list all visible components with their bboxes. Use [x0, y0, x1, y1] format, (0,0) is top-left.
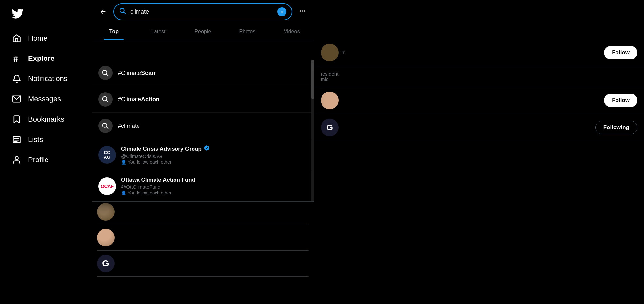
ccag-name: Climate Crisis Advisory Group: [121, 145, 307, 153]
person-2-avatar: [97, 229, 115, 246]
sidebar-item-lists[interactable]: Lists: [7, 130, 85, 149]
dropdown-hashtag-text-2: #ClimateAction: [118, 96, 159, 103]
sidebar-explore-label: Explore: [28, 54, 55, 63]
sidebar-item-explore[interactable]: Explore: [7, 49, 85, 68]
sidebar-home-label: Home: [28, 34, 47, 42]
follow-button-2[interactable]: Follow: [604, 94, 637, 107]
sidebar-item-notifications[interactable]: Notifications: [7, 69, 85, 88]
ocaf-info: Ottawa Climate Action Fund @OttClimateFu…: [121, 177, 307, 195]
sidebar-item-bookmarks[interactable]: Bookmarks: [7, 110, 85, 129]
right-person-row-2: Follow: [314, 87, 644, 114]
twitter-bird-icon: [12, 8, 24, 20]
search-input[interactable]: [130, 8, 273, 15]
tab-top[interactable]: Top: [92, 24, 136, 40]
envelope-icon: [12, 94, 22, 104]
person-item-1[interactable]: [97, 199, 309, 225]
ocaf-logo-text: OCAF: [101, 183, 114, 189]
list-icon: [12, 135, 22, 144]
dropdown-item-climateaction[interactable]: #ClimateAction: [92, 86, 314, 113]
ccag-avatar: CCAG: [98, 146, 116, 164]
person-item-3[interactable]: G: [97, 251, 309, 277]
svg-point-6: [300, 10, 301, 12]
svg-point-7: [302, 10, 303, 12]
person-1-avatar: [97, 203, 115, 221]
svg-point-8: [304, 10, 305, 12]
tabs-bar: Top Latest People Photos Videos: [92, 24, 314, 40]
sidebar-item-home[interactable]: Home: [7, 29, 85, 48]
search-dropdown: #ClimateScam #ClimateAction #climate: [92, 60, 314, 202]
dropdown-hashtag-text: #ClimateScam: [118, 70, 157, 76]
sidebar-profile-label: Profile: [28, 156, 48, 164]
following-button[interactable]: Following: [595, 121, 637, 134]
sidebar-item-messages[interactable]: Messages: [7, 90, 85, 109]
right-person-info-1: r: [342, 49, 600, 56]
right-partial-text: resident mic: [314, 66, 644, 87]
person-item-2[interactable]: [97, 225, 309, 251]
svg-point-5: [15, 157, 18, 160]
verified-badge: [204, 145, 210, 153]
follow-button-1[interactable]: Follow: [604, 46, 637, 59]
right-avatar-3: G: [321, 119, 339, 136]
bookmark-icon: [12, 114, 22, 124]
right-person-row-3: G Following: [314, 114, 644, 141]
tab-latest[interactable]: Latest: [136, 24, 181, 40]
twitter-logo[interactable]: [7, 4, 85, 25]
sidebar-item-profile[interactable]: Profile: [7, 150, 85, 169]
right-person-name-1: r: [342, 49, 600, 56]
ocaf-handle: @OttClimateFund: [121, 184, 307, 190]
tab-people[interactable]: People: [181, 24, 225, 40]
ccag-mutual: You follow each other: [121, 160, 307, 165]
search-icon: [119, 8, 126, 16]
sidebar-bookmarks-label: Bookmarks: [28, 115, 64, 124]
tab-videos[interactable]: Videos: [269, 24, 314, 40]
sidebar-lists-label: Lists: [28, 135, 43, 144]
tab-photos[interactable]: Photos: [225, 24, 269, 40]
right-avatar-2: [321, 92, 339, 109]
search-clear-button[interactable]: [277, 7, 286, 16]
right-avatar-1: [321, 44, 339, 61]
right-person-row-1: r Follow: [314, 39, 644, 66]
ccag-handle: @ClimateCrisisAG: [121, 153, 307, 159]
search-suggestion-icon-3: [98, 119, 113, 133]
ocaf-mutual: You follow each other: [121, 190, 307, 195]
search-box: [113, 3, 292, 20]
ccag-info: Climate Crisis Advisory Group @ClimateCr…: [121, 145, 307, 165]
dropdown-item-ccag[interactable]: CCAG Climate Crisis Advisory Group @Clim…: [92, 139, 314, 171]
dropdown-item-ocaf[interactable]: OCAF Ottawa Climate Action Fund @OttClim…: [92, 171, 314, 201]
search-header: [92, 0, 314, 24]
ocaf-avatar: OCAF: [98, 177, 116, 195]
dropdown-hashtag-text-3: #climate: [118, 123, 140, 129]
search-suggestion-icon-2: [98, 92, 113, 107]
scrollbar-track: [311, 60, 314, 201]
back-button[interactable]: [97, 6, 109, 18]
search-suggestion-icon: [98, 66, 113, 80]
ocaf-name: Ottawa Climate Action Fund: [121, 177, 307, 183]
dropdown-item-climatescam[interactable]: #ClimateScam: [92, 60, 314, 86]
right-panel: r Follow resident mic Follow G Following: [314, 0, 644, 304]
hashtag-icon: [12, 54, 22, 63]
dropdown-item-climate[interactable]: #climate: [92, 113, 314, 139]
bell-icon: [12, 74, 22, 84]
home-icon: [12, 33, 22, 43]
sidebar-messages-label: Messages: [28, 95, 61, 103]
person-icon: [12, 155, 22, 165]
sidebar: Home Explore Notifications Messages: [0, 0, 92, 304]
main-content: Top Latest People Photos Videos #Climate…: [92, 0, 314, 304]
scrollbar-thumb[interactable]: [311, 60, 314, 99]
sidebar-notifications-label: Notifications: [28, 75, 67, 83]
person-3-avatar: G: [97, 255, 115, 272]
more-options-button[interactable]: [296, 5, 309, 19]
